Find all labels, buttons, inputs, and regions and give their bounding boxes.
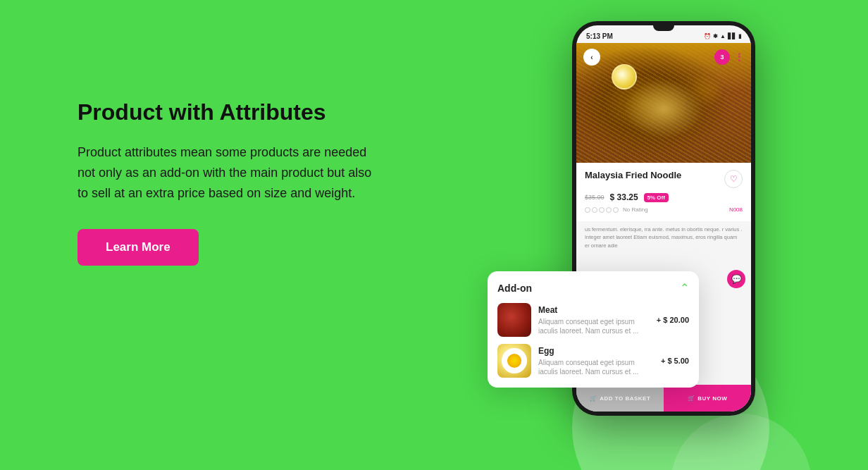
meat-price: + $ 20.00 <box>657 316 689 324</box>
meat-image <box>497 303 531 337</box>
star-rating <box>585 207 619 213</box>
star-1 <box>585 207 590 213</box>
product-details: Malaysia Fried Noodle ♡ $35.00 $ 33.25 5… <box>576 163 751 221</box>
buy-icon: 🛒 <box>688 395 695 402</box>
buy-now-button[interactable]: 🛒 BUY NOW <box>664 385 751 412</box>
addon-item-meat: Meat Aliquam consequat eget ipsum iaculi… <box>497 303 689 337</box>
rating-row: No Rating N008 <box>585 206 743 213</box>
food-image: ‹ 3 ⋮ <box>576 43 751 163</box>
phone-notch <box>653 25 674 31</box>
egg-visual <box>497 344 531 378</box>
egg-image <box>497 344 531 378</box>
basket-icon: 🛒 <box>590 395 597 402</box>
learn-more-button[interactable]: Learn More <box>78 229 199 266</box>
egg-white <box>502 348 527 373</box>
phone-mockup: 5:13 PM ⏰ ✱ ▲ ▋▋ ▮ ‹ <box>572 21 755 423</box>
nav-right-icons: 3 ⋮ <box>714 49 744 65</box>
add-to-basket-button[interactable]: 🛒 ADD TO BASKET <box>576 385 664 412</box>
meat-desc: Aliquam consequat eget ipsum iaculis lao… <box>538 317 650 335</box>
discount-badge: 5% Off <box>644 193 669 202</box>
cart-badge[interactable]: 3 <box>714 49 730 65</box>
price-row: $35.00 $ 33.25 5% Off <box>585 192 743 202</box>
buy-label: BUY NOW <box>698 395 727 402</box>
star-2 <box>592 207 597 213</box>
product-name-row: Malaysia Fried Noodle ♡ <box>585 170 743 188</box>
basket-label: ADD TO BASKET <box>600 395 650 402</box>
wifi-icon: ▲ <box>720 33 726 39</box>
battery-icon: ▮ <box>738 33 741 39</box>
star-3 <box>599 207 604 213</box>
meat-visual <box>497 303 531 337</box>
product-name: Malaysia Fried Noodle <box>585 170 724 180</box>
chat-button[interactable]: 💬 <box>727 270 745 288</box>
addon-title: Add-on <box>497 283 532 294</box>
egg-price: + $ 5.00 <box>661 357 689 365</box>
bluetooth-icon: ✱ <box>713 33 718 39</box>
page-description: Product attributes mean some products ar… <box>78 142 373 203</box>
status-icons: ⏰ ✱ ▲ ▋▋ ▮ <box>704 33 741 39</box>
meat-name: Meat <box>538 305 650 315</box>
egg-name: Egg <box>538 346 654 356</box>
star-5 <box>613 207 619 213</box>
favorite-button[interactable]: ♡ <box>724 170 743 188</box>
new-price: $ 33.25 <box>610 192 638 202</box>
page-title: Product with Attributes <box>78 99 373 125</box>
more-menu-button[interactable]: ⋮ <box>734 51 744 63</box>
addon-item-egg: Egg Aliquam consequat eget ipsum iaculis… <box>497 344 689 378</box>
star-4 <box>606 207 612 213</box>
image-nav: ‹ 3 ⋮ <box>576 43 751 71</box>
addon-card: Add-on ⌃ Meat Aliquam consequat eget ips… <box>488 271 699 388</box>
left-content-section: Product with Attributes Product attribut… <box>78 99 373 266</box>
egg-yolk <box>507 354 521 368</box>
rating-label: No Rating <box>623 206 648 213</box>
egg-desc: Aliquam consequat eget ipsum iaculis lao… <box>538 358 654 376</box>
addon-chevron-icon[interactable]: ⌃ <box>680 281 689 295</box>
action-buttons: 🛒 ADD TO BASKET 🛒 BUY NOW <box>576 385 751 412</box>
addon-header: Add-on ⌃ <box>497 281 689 295</box>
status-time: 5:13 PM <box>586 32 613 40</box>
alarm-icon: ⏰ <box>704 33 711 39</box>
back-button[interactable]: ‹ <box>583 49 600 66</box>
product-code: N008 <box>729 206 743 213</box>
signal-icon: ▋▋ <box>728 33 736 39</box>
lorem-description: us fermentum. elerisque, rra ante. metus… <box>576 221 751 254</box>
page-background: Product with Attributes Product attribut… <box>0 0 868 470</box>
old-price: $35.00 <box>585 194 604 201</box>
egg-info: Egg Aliquam consequat eget ipsum iaculis… <box>538 346 654 376</box>
meat-info: Meat Aliquam consequat eget ipsum iaculi… <box>538 305 650 335</box>
